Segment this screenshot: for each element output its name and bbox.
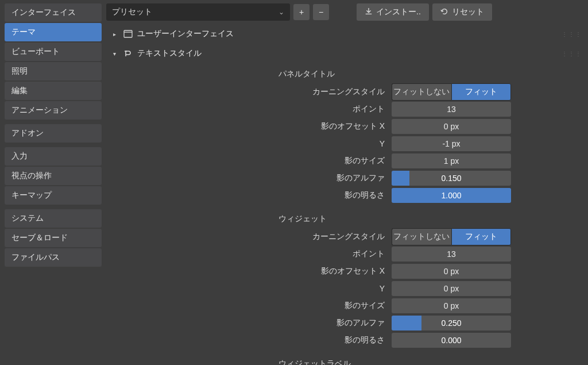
section-title: ウィジェット [278,214,588,224]
property-label: 影のアルファ [106,318,392,328]
drag-grip-icon[interactable]: ⋮⋮⋮ [562,31,582,37]
sidebar-item[interactable]: システム [5,209,102,228]
disclosure-expanded-icon: ▾ [113,51,119,57]
number-field[interactable]: -1 px [392,136,511,151]
property-row: 影の明るさ0.000 [106,332,588,348]
kerning-toggle[interactable]: フィットしないフィット [392,83,511,101]
property-row: 影のアルファ0.150 [106,170,588,186]
property-row: カーニングスタイルフィットしないフィット [106,229,588,245]
undo-icon [440,7,448,17]
property-label: 影のオフセット X [106,266,392,276]
number-field[interactable]: 0 px [392,298,511,313]
slider-field[interactable]: 0.250 [392,316,511,331]
slider-value: 0.250 [392,316,511,331]
property-row: ポイント13 [106,246,588,262]
main-area: プリセット ⌄ + − インストー.. リセット ▸ [106,0,588,365]
toggle-option[interactable]: フィット [451,83,512,101]
number-field[interactable]: 0 px [392,281,511,296]
property-label: 影の明るさ [106,335,392,345]
reset-button[interactable]: リセット [432,3,492,21]
toggle-option[interactable]: フィット [451,228,512,245]
property-label: 影の明るさ [106,190,392,201]
property-row: カーニングスタイルフィットしないフィット [106,84,588,100]
number-field[interactable]: 13 [392,247,511,262]
window-icon [123,30,133,38]
sidebar-item[interactable]: 入力 [5,147,102,166]
property-label: 影のオフセット X [106,121,392,132]
panel-title: ユーザーインターフェイス [137,29,234,39]
text-style-icon [123,49,133,57]
property-row: 影の明るさ1.000 [106,187,588,203]
install-button[interactable]: インストー.. [357,3,429,21]
toggle-option[interactable]: フィットしない [392,83,451,101]
preset-dropdown[interactable]: プリセット ⌄ [106,3,290,21]
slider-field[interactable]: 1.000 [392,188,511,203]
number-field[interactable]: 1 px [392,153,511,168]
sidebar-item[interactable]: セーブ＆ロード [5,229,102,247]
toolbar: プリセット ⌄ + − インストー.. リセット [106,0,588,24]
property-label: ポイント [106,249,392,259]
property-label: カーニングスタイル [106,232,392,242]
sidebar-item[interactable]: 編集 [5,82,102,100]
sidebar-item[interactable]: テーマ [5,23,102,41]
number-field[interactable]: 0 px [392,119,511,134]
sidebar-item[interactable]: アドオン [5,124,102,143]
svg-rect-0 [124,30,132,37]
toggle-option[interactable]: フィットしない [392,228,451,245]
drag-grip-icon[interactable]: ⋮⋮⋮ [562,51,582,57]
property-label: 影のサイズ [106,301,392,311]
panels: ▸ ユーザーインターフェイス ⋮⋮⋮ ▾ テキストスタイル ⋮⋮⋮ パネルタイト… [106,24,588,365]
slider-value: 0.150 [392,171,511,186]
sidebar-item[interactable]: キーマップ [5,186,102,205]
number-field[interactable]: 0 px [392,264,511,279]
section-title: ウィジェットラベル [278,359,588,365]
preset-add-button[interactable]: + [293,4,310,20]
property-label: Y [106,139,392,148]
property-label: Y [106,284,392,293]
kerning-toggle[interactable]: フィットしないフィット [392,228,511,245]
panel-header-user-interface[interactable]: ▸ ユーザーインターフェイス ⋮⋮⋮ [106,24,588,44]
property-row: 影のオフセット X0 px [106,263,588,279]
property-row: Y0 px [106,281,588,297]
slider-value: 0.000 [392,333,511,348]
disclosure-collapsed-icon: ▸ [113,31,119,37]
download-icon [365,7,373,17]
property-row: 影のサイズ0 px [106,298,588,314]
sidebar-item[interactable]: アニメーション [5,101,102,120]
slider-field[interactable]: 0.000 [392,333,511,348]
preset-remove-button[interactable]: − [313,4,329,20]
property-row: 影のオフセット X0 px [106,118,588,135]
panel-body-text-style: パネルタイトルカーニングスタイルフィットしないフィットポイント13影のオフセット… [106,63,588,365]
chevron-down-icon: ⌄ [278,8,284,16]
number-field[interactable]: 13 [392,102,511,117]
property-row: 影のアルファ0.250 [106,315,588,331]
panel-header-text-style[interactable]: ▾ テキストスタイル ⋮⋮⋮ [106,44,588,63]
property-row: ポイント13 [106,101,588,117]
slider-value: 1.000 [392,188,511,203]
property-label: カーニングスタイル [106,87,392,97]
preset-label: プリセット [112,7,152,17]
panel-title: テキストスタイル [137,48,202,59]
sidebar-item[interactable]: 視点の操作 [5,167,102,185]
property-label: 影のアルファ [106,173,392,183]
property-label: ポイント [106,104,392,114]
property-row: Y-1 px [106,136,588,152]
sidebar-item[interactable]: インターフェイス [5,3,102,22]
section-title: パネルタイトル [278,69,588,79]
sidebar-item[interactable]: ビューポート [5,43,102,61]
sidebar-item[interactable]: ファイルパス [5,248,102,267]
sidebar: インターフェイステーマビューポート照明編集アニメーションアドオン入力視点の操作キ… [0,0,106,365]
sidebar-item[interactable]: 照明 [5,62,102,80]
slider-field[interactable]: 0.150 [392,171,511,186]
property-label: 影のサイズ [106,156,392,166]
property-row: 影のサイズ1 px [106,153,588,169]
